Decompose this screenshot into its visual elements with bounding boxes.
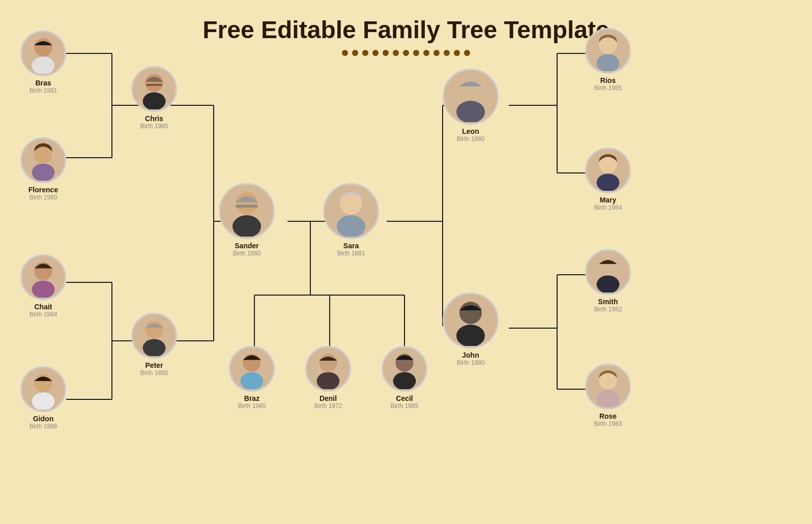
svg-point-36: [145, 74, 163, 92]
avatar-braz: [229, 346, 275, 392]
svg-point-46: [233, 215, 261, 237]
person-braz-birth: Birth 1980: [238, 402, 266, 410]
person-rose: Rose Birth 1983: [580, 364, 636, 427]
svg-point-55: [393, 372, 416, 389]
svg-point-33: [34, 38, 52, 56]
svg-point-57: [456, 101, 485, 122]
person-cecil: Cecil Birth 1985: [376, 346, 432, 410]
svg-point-40: [32, 280, 55, 298]
person-john-name: John: [462, 351, 479, 359]
svg-rect-38: [146, 84, 162, 85]
person-denil-birth: Birth 1972: [314, 402, 342, 410]
avatar-rose: [585, 364, 631, 410]
person-bras-birth: Birth 1981: [30, 87, 57, 94]
person-mary-birth: Birth 1984: [594, 204, 622, 211]
person-smith-birth: Birth 1982: [594, 306, 622, 313]
person-sander-name: Sander: [235, 242, 258, 250]
person-smith-name: Smith: [598, 298, 618, 306]
svg-point-56: [459, 78, 482, 100]
person-chait-birth: Birth 1984: [30, 311, 57, 318]
person-leon-birth: Birth 1980: [457, 135, 485, 142]
person-florence-birth: Birth 1980: [30, 194, 57, 201]
avatar-cecil: [382, 346, 427, 392]
person-mary-name: Mary: [600, 196, 617, 204]
avatar-leon: [443, 69, 499, 125]
avatar-chait: [20, 254, 66, 300]
svg-point-51: [241, 372, 264, 389]
person-bras-name: Bras: [35, 79, 51, 87]
person-sara: Sara Birth 1881: [323, 183, 379, 257]
svg-point-44: [143, 339, 166, 356]
avatar-chris: [131, 66, 177, 112]
avatar-denil: [305, 346, 351, 392]
person-denil-name: Denil: [320, 394, 337, 402]
avatar-john: [443, 293, 499, 348]
person-gidon-name: Gidon: [33, 415, 53, 423]
person-sara-name: Sara: [343, 242, 359, 250]
person-leon: Leon Birth 1980: [443, 69, 499, 142]
svg-point-32: [32, 56, 55, 74]
svg-point-43: [145, 321, 163, 338]
decorative-dots: [0, 50, 812, 56]
person-rios-name: Rios: [600, 76, 616, 84]
person-rios: Rios Birth 1985: [580, 28, 636, 92]
person-sander-birth: Birth 1880: [233, 250, 261, 257]
person-chait: Chait Birth 1984: [15, 254, 71, 318]
person-mary: Mary Birth 1984: [580, 148, 636, 211]
avatar-florence: [20, 137, 66, 183]
person-florence-name: Florence: [28, 186, 58, 194]
person-gidon-birth: Birth 1986: [30, 423, 57, 430]
svg-point-62: [459, 302, 482, 324]
person-chris-name: Chris: [145, 114, 163, 123]
person-sara-birth: Birth 1881: [337, 250, 365, 257]
person-leon-name: Leon: [462, 127, 479, 135]
person-denil: Denil Birth 1972: [300, 346, 356, 410]
avatar-smith: [585, 249, 631, 295]
avatar-sara: [323, 183, 379, 239]
person-chris: Chris Birth 1985: [126, 66, 182, 130]
svg-point-37: [143, 92, 166, 109]
person-braz-name: Braz: [244, 394, 259, 402]
person-john-birth: Birth 1980: [457, 359, 485, 366]
svg-point-49: [337, 215, 365, 237]
person-rios-birth: Birth 1985: [594, 84, 622, 92]
page-title: Free Editable Family Tree Template: [0, 15, 812, 45]
svg-point-42: [32, 392, 55, 410]
person-braz: Braz Birth 1980: [224, 346, 280, 410]
person-florence: Florence Birth 1980: [15, 137, 71, 201]
svg-point-52: [319, 354, 337, 371]
person-chait-name: Chait: [35, 303, 52, 311]
person-john: John Birth 1980: [443, 293, 499, 366]
connectors: [0, 0, 812, 524]
svg-point-63: [456, 325, 485, 346]
avatar-gidon: [20, 366, 66, 412]
person-peter: Peter Birth 1885: [126, 313, 182, 376]
svg-point-67: [597, 390, 620, 407]
person-peter-name: Peter: [145, 361, 163, 369]
person-bras: Bras Birth 1981: [15, 31, 71, 94]
svg-point-61: [597, 173, 620, 191]
avatar-sander: [219, 183, 275, 239]
svg-point-65: [597, 275, 620, 293]
page: Free Editable Family Tree Template: [0, 0, 812, 524]
person-rose-birth: Birth 1983: [594, 420, 622, 427]
avatar-mary: [585, 148, 631, 193]
svg-point-64: [599, 257, 617, 275]
svg-point-53: [317, 372, 340, 389]
person-cecil-name: Cecil: [396, 394, 413, 402]
avatar-peter: [131, 313, 177, 359]
person-gidon: Gidon Birth 1986: [15, 366, 71, 430]
avatar-rios: [585, 28, 631, 74]
avatar-bras: [20, 31, 66, 76]
svg-point-45: [236, 192, 258, 215]
person-chris-birth: Birth 1985: [140, 123, 168, 130]
person-rose-name: Rose: [599, 412, 617, 420]
title-area: Free Editable Family Tree Template: [0, 0, 812, 56]
person-cecil-birth: Birth 1985: [391, 402, 419, 410]
person-peter-birth: Birth 1885: [140, 369, 168, 376]
svg-point-59: [597, 54, 620, 71]
svg-rect-47: [236, 205, 258, 208]
person-smith: Smith Birth 1982: [580, 249, 636, 313]
svg-point-35: [32, 163, 55, 181]
person-sander: Sander Birth 1880: [219, 183, 275, 257]
